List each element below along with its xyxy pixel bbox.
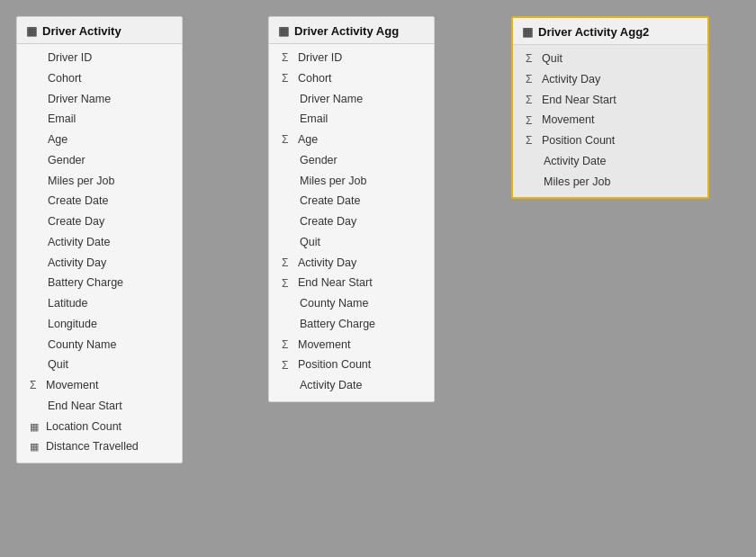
- field-label: Driver Name: [48, 91, 111, 108]
- field-label: County Name: [300, 295, 368, 312]
- field-label: Miles per Job: [48, 173, 114, 190]
- field-label: County Name: [48, 337, 116, 354]
- field-driver-name-2[interactable]: Driver Name: [269, 89, 434, 110]
- field-gender-1[interactable]: Gender: [17, 150, 182, 171]
- field-label: Battery Charge: [300, 316, 375, 333]
- table-driver-activity-agg2: ▦ Driver Activity Agg2 Σ Quit Σ Activity…: [511, 16, 709, 199]
- field-position-count-3[interactable]: Σ Position Count: [513, 130, 707, 151]
- field-label: Miles per Job: [300, 173, 366, 190]
- field-miles-per-job-2[interactable]: Miles per Job: [269, 171, 434, 192]
- sigma-icon: Σ: [282, 70, 292, 86]
- field-label: Gender: [300, 152, 338, 169]
- field-label: Activity Day: [542, 71, 600, 88]
- field-label: Quit: [542, 50, 562, 67]
- field-battery-charge-1[interactable]: Battery Charge: [17, 273, 182, 293]
- field-create-day-1[interactable]: Create Day: [17, 211, 182, 232]
- field-quit-1[interactable]: Quit: [17, 355, 182, 375]
- field-county-name-1[interactable]: County Name: [17, 335, 182, 355]
- field-label: Quit: [48, 356, 68, 373]
- field-label: Distance Travelled: [46, 438, 139, 455]
- sigma-icon: Σ: [282, 131, 292, 148]
- sigma-icon: Σ: [526, 112, 536, 129]
- table-header-driver-activity: ▦ Driver Activity: [17, 17, 182, 44]
- field-activity-date-3[interactable]: Activity Date: [513, 151, 707, 172]
- sigma-icon: Σ: [282, 255, 292, 271]
- sigma-icon: Σ: [282, 337, 292, 353]
- field-label: Position Count: [542, 132, 615, 149]
- field-label: Email: [300, 111, 328, 128]
- field-cohort-2[interactable]: Σ Cohort: [269, 68, 434, 89]
- field-label: Driver ID: [48, 49, 92, 67]
- field-driver-name-1[interactable]: Driver Name: [17, 89, 182, 110]
- field-label: Movement: [46, 377, 98, 394]
- sigma-icon: Σ: [526, 132, 536, 148]
- field-quit-3[interactable]: Σ Quit: [513, 49, 707, 69]
- field-label: Quit: [300, 234, 320, 251]
- field-driver-id-1[interactable]: Driver ID: [17, 48, 182, 68]
- field-driver-id-2[interactable]: Σ Driver ID: [269, 48, 434, 68]
- field-activity-day-1[interactable]: Activity Day: [17, 253, 182, 274]
- table-grid-icon-1: ▦: [26, 24, 37, 38]
- field-activity-date-1[interactable]: Activity Date: [17, 232, 182, 253]
- field-activity-day-2[interactable]: Σ Activity Day: [269, 253, 434, 274]
- sigma-icon: Σ: [526, 92, 536, 108]
- table-header-driver-activity-agg: ▦ Driver Activity Agg: [269, 17, 434, 44]
- field-cohort-1[interactable]: Cohort: [17, 68, 182, 89]
- field-quit-2[interactable]: Quit: [269, 232, 434, 253]
- sigma-icon: Σ: [282, 49, 292, 66]
- sigma-icon: Σ: [526, 71, 536, 87]
- field-battery-charge-2[interactable]: Battery Charge: [269, 314, 434, 335]
- field-activity-date-2[interactable]: Activity Date: [269, 375, 434, 396]
- field-miles-per-job-1[interactable]: Miles per Job: [17, 171, 182, 192]
- table-grid-icon-2: ▦: [278, 24, 289, 38]
- field-email-2[interactable]: Email: [269, 109, 434, 130]
- field-label: Create Date: [48, 193, 108, 210]
- field-age-1[interactable]: Age: [17, 130, 182, 150]
- field-movement-3[interactable]: Σ Movement: [513, 110, 707, 130]
- field-end-near-start-3[interactable]: Σ End Near Start: [513, 90, 707, 111]
- field-label: Activity Date: [544, 153, 606, 170]
- field-movement-1[interactable]: Σ Movement: [17, 375, 182, 396]
- field-label: Activity Day: [298, 255, 356, 272]
- field-create-date-2[interactable]: Create Date: [269, 191, 434, 211]
- field-label: Miles per Job: [544, 174, 610, 191]
- field-label: Age: [298, 131, 318, 148]
- field-label: Driver ID: [298, 49, 342, 67]
- field-label: Activity Date: [300, 377, 362, 394]
- field-position-count-2[interactable]: Σ Position Count: [269, 355, 434, 375]
- field-list-driver-activity-agg: Σ Driver ID Σ Cohort Driver Name Email Σ…: [269, 44, 434, 401]
- field-activity-day-3[interactable]: Σ Activity Day: [513, 69, 707, 90]
- field-end-near-start-1[interactable]: End Near Start: [17, 396, 182, 417]
- field-age-2[interactable]: Σ Age: [269, 130, 434, 150]
- field-miles-per-job-3[interactable]: Miles per Job: [513, 172, 707, 193]
- field-label: End Near Start: [298, 274, 373, 292]
- field-gender-2[interactable]: Gender: [269, 150, 434, 171]
- field-movement-2[interactable]: Σ Movement: [269, 335, 434, 355]
- field-label: Position Count: [298, 356, 371, 373]
- field-label: Latitude: [48, 295, 87, 312]
- field-label: Movement: [298, 337, 350, 354]
- field-create-date-1[interactable]: Create Date: [17, 191, 182, 211]
- field-end-near-start-2[interactable]: Σ End Near Start: [269, 273, 434, 293]
- table-header-driver-activity-agg2: ▦ Driver Activity Agg2: [513, 18, 707, 45]
- field-latitude-1[interactable]: Latitude: [17, 293, 182, 314]
- field-longitude-1[interactable]: Longitude: [17, 314, 182, 335]
- field-label: End Near Start: [542, 92, 616, 109]
- field-label: Location Count: [46, 418, 122, 436]
- field-list-driver-activity: Driver ID Cohort Driver Name Email Age G…: [17, 44, 182, 463]
- field-list-driver-activity-agg2: Σ Quit Σ Activity Day Σ End Near Start Σ…: [513, 45, 707, 197]
- sigma-icon: Σ: [282, 275, 292, 292]
- field-label: Create Date: [300, 193, 360, 210]
- field-create-day-2[interactable]: Create Day: [269, 211, 434, 232]
- field-email-1[interactable]: Email: [17, 109, 182, 130]
- field-label: Gender: [48, 152, 86, 169]
- field-distance-travelled-1[interactable]: ▦ Distance Travelled: [17, 436, 182, 457]
- field-location-count-1[interactable]: ▦ Location Count: [17, 417, 182, 437]
- table-driver-activity: ▦ Driver Activity Driver ID Cohort Drive…: [16, 16, 183, 463]
- field-county-name-2[interactable]: County Name: [269, 293, 434, 314]
- table-title-driver-activity-agg2: Driver Activity Agg2: [538, 25, 649, 39]
- field-label: Create Day: [48, 213, 104, 230]
- sigma-icon: Σ: [30, 377, 40, 393]
- field-label: Activity Day: [48, 255, 106, 272]
- table-icon-sym: ▦: [30, 419, 40, 435]
